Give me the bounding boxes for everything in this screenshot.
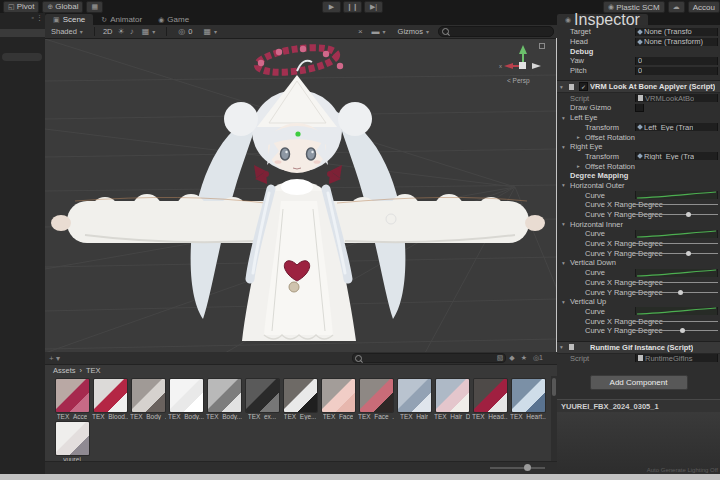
scrollbar-thumb[interactable]	[552, 378, 556, 396]
favorites-icon[interactable]: ★	[521, 354, 527, 362]
preview-header[interactable]: YUUREI_FBX_2024_0305_1	[557, 399, 720, 412]
slider-knob[interactable]	[686, 251, 691, 256]
range-slider[interactable]	[635, 214, 718, 215]
hidden-count-icon[interactable]: ◎1	[533, 354, 543, 362]
asset-thumbnail[interactable]	[246, 379, 279, 412]
hidden-objects-button[interactable]: ◎ 0	[175, 27, 195, 37]
checkbox[interactable]	[635, 104, 644, 112]
account-button[interactable]: Accou	[688, 1, 720, 13]
object-field[interactable]: Left_Eye (Tran	[635, 123, 718, 131]
object-field[interactable]: VRMLookAtBo	[635, 94, 718, 102]
inspector-row-script[interactable]: ScriptRuntimeGifIns	[557, 354, 720, 364]
asset-tile[interactable]: TEX_Blood...	[93, 379, 127, 420]
project-search-input[interactable]	[352, 353, 506, 363]
foldout-closed-icon[interactable]: ▸	[577, 163, 580, 169]
hierarchy-item-bar[interactable]	[0, 29, 45, 37]
sprite-filter-icon[interactable]: ▧	[497, 354, 504, 362]
thumbnail-zoom-slider[interactable]	[490, 467, 545, 469]
perspective-label[interactable]: < Persp	[507, 77, 530, 84]
asset-thumbnail[interactable]	[170, 379, 203, 412]
asset-tile[interactable]: yuurei	[55, 422, 89, 461]
asset-tile[interactable]: TEX_Face_...	[359, 379, 393, 420]
inspector-row-script[interactable]: ScriptVRMLookAtBo	[557, 93, 720, 103]
tools-cross-icon[interactable]: ×	[358, 27, 363, 36]
slider-knob[interactable]	[686, 212, 691, 217]
scene-audio-icon[interactable]: ♪	[130, 27, 134, 36]
scene-viewport[interactable]: x < Persp	[45, 39, 557, 353]
asset-tile[interactable]: TEX_Body...	[169, 379, 203, 420]
asset-thumbnail[interactable]	[474, 379, 507, 412]
slider-knob[interactable]	[680, 328, 685, 333]
inspector-row-horizontal-outer[interactable]: ▾Horizontal Outer	[557, 181, 720, 191]
object-field[interactable]: None (Transform)	[635, 38, 718, 46]
inspector-row-horizontal-inner[interactable]: ▾Horizontal Inner	[557, 219, 720, 229]
inspector-row-vertical-down[interactable]: ▾Vertical Down	[557, 258, 720, 268]
project-scrollbar[interactable]	[551, 376, 557, 461]
object-field[interactable]: Right_Eye (Tra	[635, 152, 718, 160]
object-field[interactable]: RuntimeGifIns	[635, 354, 718, 362]
curve-field[interactable]	[635, 230, 718, 238]
inspector-row-transform[interactable]: TransformRight_Eye (Tra	[557, 152, 720, 162]
2d-toggle[interactable]: 2D	[103, 27, 113, 36]
range-slider[interactable]	[635, 321, 718, 322]
lock-icon[interactable]	[539, 43, 545, 49]
range-slider[interactable]	[635, 330, 718, 331]
asset-thumbnail[interactable]	[208, 379, 241, 412]
foldout-open-icon[interactable]: ▾	[562, 260, 565, 266]
foldout-open-icon[interactable]: ▾	[560, 84, 563, 90]
shading-mode-dropdown[interactable]: Shaded ▾	[48, 27, 86, 37]
z-axis-arrow[interactable]	[532, 63, 541, 69]
scene-lighting-icon[interactable]: ☀	[117, 27, 124, 36]
gizmos-dropdown[interactable]: Gizmos ▾	[395, 27, 432, 37]
scene-effects-dropdown[interactable]: ▦ ▾	[139, 27, 159, 37]
range-slider[interactable]	[635, 282, 718, 283]
play-button[interactable]: ▶	[322, 1, 341, 13]
inspector-row-curve[interactable]: Curve	[557, 190, 720, 200]
inspector-row-curve[interactable]: Curve	[557, 268, 720, 278]
foldout-open-icon[interactable]: ▾	[562, 299, 565, 305]
foldout-open-icon[interactable]: ▾	[562, 144, 565, 150]
tab-scene[interactable]: ▣ Scene	[45, 14, 93, 25]
inspector-row-curve-x-range-degree[interactable]: Curve X Range Degree	[557, 278, 720, 288]
breadcrumb-tex[interactable]: TEX	[86, 366, 101, 375]
thumbnail-zoom-knob[interactable]	[524, 464, 531, 471]
curve-field[interactable]	[635, 307, 718, 315]
grid-visibility-dropdown[interactable]: ▦ ▾	[200, 27, 220, 37]
foldout-open-icon[interactable]: ▾	[562, 115, 565, 121]
tab-animator[interactable]: ↻ Animator	[93, 14, 150, 25]
add-component-button[interactable]: Add Component	[590, 375, 688, 390]
inspector-row-curve-y-range-degree[interactable]: Curve Y Range Degree	[557, 248, 720, 258]
slider-knob[interactable]	[678, 290, 683, 295]
curve-field[interactable]	[635, 269, 718, 277]
asset-thumbnail[interactable]	[132, 379, 165, 412]
hierarchy-item-pill[interactable]	[2, 53, 42, 61]
value-field[interactable]: 0	[635, 67, 718, 75]
inspector-row-curve[interactable]: Curve	[557, 307, 720, 317]
value-field[interactable]: 0	[635, 57, 718, 65]
component-header[interactable]: ▾Runtime Gif Instance (Script)	[557, 341, 720, 354]
range-slider[interactable]	[635, 204, 718, 205]
foldout-open-icon[interactable]: ▾	[562, 221, 565, 227]
tab-inspector[interactable]: ◉ Inspector	[557, 14, 648, 25]
cloud-button[interactable]: ☁	[668, 1, 685, 13]
pivot-toggle[interactable]: ◱ Pivot	[3, 1, 39, 13]
pause-button[interactable]: ❙❙	[343, 1, 362, 13]
asset-tile[interactable]: TEX_Head...	[473, 379, 507, 420]
asset-thumbnail[interactable]	[56, 379, 89, 412]
component-header[interactable]: ▾✓VRM Look At Bone Applyer (Script)	[557, 80, 720, 93]
range-slider[interactable]	[635, 243, 718, 244]
inspector-row-left-eye[interactable]: ▾Left Eye	[557, 113, 720, 123]
inspector-row-curve-y-range-degree[interactable]: Curve Y Range Degree	[557, 326, 720, 336]
inspector-row-vertical-up[interactable]: ▾Vertical Up	[557, 297, 720, 307]
create-asset-button[interactable]: + ▾	[49, 354, 60, 363]
panel-lock-icon[interactable]: ▫	[32, 14, 34, 22]
asset-tile[interactable]: TEX_Face	[321, 379, 355, 420]
asset-thumbnail[interactable]	[94, 379, 127, 412]
inspector-row-right-eye[interactable]: ▾Right Eye	[557, 142, 720, 152]
inspector-row-yaw[interactable]: Yaw0	[557, 56, 720, 66]
inspector-row-curve[interactable]: Curve	[557, 229, 720, 239]
scene-search-input[interactable]	[438, 26, 554, 37]
inspector-row-curve-y-range-degree[interactable]: Curve Y Range Degree	[557, 287, 720, 297]
asset-tile[interactable]: TEX_Body_...	[131, 379, 165, 420]
scene-camera-dropdown[interactable]: ▬ ▾	[369, 27, 389, 37]
